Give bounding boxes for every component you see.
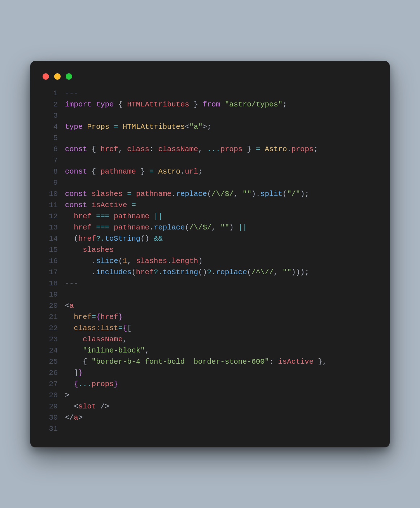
token-name: Astro: [158, 167, 180, 176]
line-number: 25: [41, 356, 65, 367]
code-line: 17 .includes(href?.toString()?.replace(/…: [41, 267, 379, 278]
token-ws: [65, 380, 74, 388]
token-regex: /^\//: [251, 268, 274, 276]
token-id: pathname: [114, 223, 149, 232]
token-punc: (: [247, 268, 251, 276]
code-window: 1---2import type { HTMLAttributes } from…: [30, 61, 390, 447]
token-id: href: [74, 212, 92, 220]
token-punc: (: [132, 268, 136, 276]
token-punc: {: [118, 100, 127, 109]
token-punc: .: [171, 190, 176, 198]
token-fn: split: [260, 190, 283, 198]
token-punc: (: [185, 223, 189, 232]
token-regex: /\/$/: [211, 190, 234, 198]
token-id: url: [185, 167, 198, 176]
token-ws: [132, 190, 136, 198]
line-content: <slot />: [65, 401, 379, 412]
line-number: 21: [41, 311, 65, 323]
line-content: (href?.toString() &&: [65, 233, 379, 244]
code-line: 3: [41, 110, 379, 121]
token-punc: <: [74, 402, 78, 411]
token-ws: [92, 223, 96, 232]
line-content: [65, 289, 379, 300]
line-number: 26: [41, 367, 65, 378]
token-fn: includes: [96, 268, 131, 276]
token-ws: [92, 212, 96, 220]
token-id: pathname: [136, 190, 171, 198]
token-punc: </: [65, 413, 74, 422]
token-punc: ,: [123, 335, 127, 343]
token-fn: replace: [154, 223, 185, 232]
token-regex: /\/$/: [189, 223, 212, 232]
token-punc: (: [74, 235, 78, 243]
token-punc: />: [100, 402, 109, 411]
line-number: 3: [41, 110, 65, 121]
code-line: 25 { "border-b-4 font-bold border-stone-…: [41, 356, 379, 367]
line-number: 19: [41, 289, 65, 300]
code-line: 26 ]}: [41, 367, 379, 378]
code-line: 2import type { HTMLAttributes } from "as…: [41, 99, 379, 110]
code-line: 12 href === pathname ||: [41, 211, 379, 222]
line-content: [65, 423, 379, 434]
line-content: [65, 155, 379, 166]
token-punc: .: [92, 257, 96, 265]
token-fn: toString: [163, 268, 198, 276]
line-content: <a: [65, 300, 379, 311]
code-editor: 1---2import type { HTMLAttributes } from…: [41, 88, 379, 434]
token-ws: [123, 190, 127, 198]
token-brace: }: [118, 313, 123, 321]
line-number: 16: [41, 255, 65, 267]
token-id: slashes: [136, 257, 167, 265]
code-line: 28>: [41, 390, 379, 401]
token-op: ?.: [154, 268, 163, 276]
token-punc: (: [207, 190, 211, 198]
token-tag: a: [74, 413, 78, 422]
close-icon[interactable]: [43, 73, 49, 80]
token-kw: const: [65, 167, 87, 176]
token-punc: .: [92, 268, 96, 276]
line-content: ---: [65, 88, 379, 99]
token-punc: {: [83, 358, 92, 366]
line-number: 28: [41, 390, 65, 401]
token-brace: {: [123, 324, 127, 332]
token-punc: ]: [74, 369, 78, 377]
token-ws: [65, 235, 74, 243]
token-brace: }: [78, 369, 83, 377]
token-comment: ---: [65, 89, 78, 97]
line-number: 17: [41, 267, 65, 278]
code-line: 30</a>: [41, 412, 379, 423]
line-content: { "border-b-4 font-bold border-stone-600…: [65, 356, 379, 367]
token-ws: [65, 335, 83, 343]
zoom-icon[interactable]: [66, 73, 72, 80]
token-comment: ---: [65, 279, 78, 288]
token-punc: ,: [127, 257, 136, 265]
token-tag: a: [69, 302, 74, 310]
token-attr: class:list: [74, 324, 118, 332]
token-punc: .: [149, 223, 154, 232]
code-line: 27 {...props}: [41, 378, 379, 390]
line-number: 20: [41, 300, 65, 311]
token-str: "": [220, 223, 229, 232]
token-id: isActive: [92, 201, 127, 209]
token-op: =: [256, 145, 260, 153]
code-line: 23 className,: [41, 334, 379, 345]
token-ws: [65, 246, 83, 254]
token-punc: {: [92, 145, 101, 153]
line-content: ---: [65, 278, 379, 289]
token-id: href: [136, 268, 154, 276]
code-line: 4type Props = HTMLAttributes<"a">;: [41, 121, 379, 132]
token-kw: const: [65, 145, 87, 153]
token-ws: [65, 268, 92, 276]
token-ws: [92, 100, 96, 109]
token-str: "/": [287, 190, 300, 198]
minimize-icon[interactable]: [54, 73, 61, 80]
line-content: [65, 177, 379, 188]
code-line: 11const isActive =: [41, 200, 379, 211]
token-name: Props: [87, 123, 110, 131]
token-name: Astro: [265, 145, 287, 153]
token-punc: <: [185, 123, 189, 131]
code-line: 24 "inline-block",: [41, 345, 379, 356]
code-line: 10const slashes = pathname.replace(/\/$/…: [41, 188, 379, 200]
line-content: href === pathname ||: [65, 211, 379, 222]
token-id: href: [100, 145, 118, 153]
